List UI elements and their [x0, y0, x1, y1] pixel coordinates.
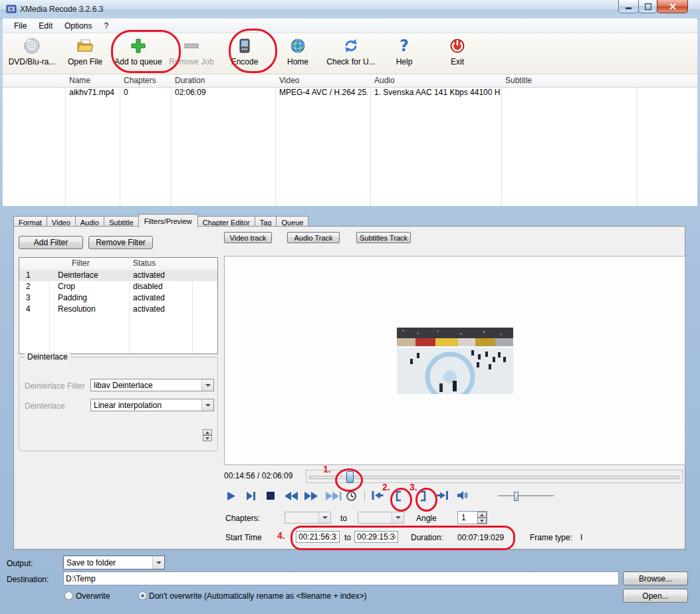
start-time-label: Start Time — [225, 533, 262, 542]
browse-button[interactable]: Browse... — [623, 571, 688, 585]
set-start-mark-button[interactable] — [394, 490, 403, 502]
jump-to-start-mark-button[interactable] — [372, 490, 384, 502]
overwrite-radio[interactable] — [64, 591, 73, 600]
fast-forward-icon — [304, 491, 318, 501]
filter-name: Crop — [58, 282, 75, 291]
filter-row-padding[interactable]: 3 Padding activated — [19, 292, 217, 304]
column-header-audio[interactable]: Audio — [374, 76, 395, 85]
filter-column-header[interactable]: Filter — [72, 258, 90, 268]
menu-options[interactable]: Options — [58, 20, 98, 32]
frame-type-value: I — [580, 533, 582, 542]
column-header-duration[interactable]: Duration — [175, 76, 205, 85]
toolbar-button-help[interactable]: ? Help — [378, 33, 431, 72]
clock-icon — [346, 490, 357, 502]
chapter-to-select[interactable] — [358, 512, 404, 524]
video-track-label: Video track — [230, 234, 267, 242]
column-header-chapters[interactable]: Chapters — [124, 76, 156, 85]
green-plus-icon — [130, 37, 147, 54]
play-icon — [227, 491, 236, 501]
video-frame-image — [397, 328, 513, 394]
column-header-name[interactable]: Name — [69, 76, 90, 85]
filter-row-resolution[interactable]: 4 Resolution activated — [19, 304, 217, 315]
fast-forward-button[interactable] — [304, 490, 318, 502]
volume-slider-thumb[interactable] — [514, 492, 519, 501]
jump-to-end-mark-button[interactable] — [437, 490, 449, 502]
dont-overwrite-radio[interactable] — [138, 591, 147, 600]
start-time-to-label: to — [344, 533, 351, 542]
toolbar-button-home[interactable]: Home — [271, 33, 324, 72]
menu-file[interactable]: File — [8, 20, 33, 32]
row-number: 4 — [26, 304, 31, 314]
column-header-video[interactable]: Video — [279, 76, 299, 85]
toolbar-button-add-to-queue[interactable]: Add to queue — [112, 33, 165, 72]
toolbar-button-dvd[interactable]: DVD/Blu-ra... — [5, 33, 58, 72]
stop-icon — [266, 491, 275, 501]
output-mode-select[interactable]: Save to folder — [63, 556, 165, 569]
angle-stepper[interactable]: 1 — [457, 511, 487, 524]
chapters-to-label: to — [340, 514, 347, 523]
video-track-button[interactable]: Video track — [224, 232, 272, 243]
menu-edit[interactable]: Edit — [33, 20, 58, 32]
audio-track-button[interactable]: Audio Track — [287, 232, 340, 243]
tab-filters-preview[interactable]: Filters/Preview — [138, 214, 198, 227]
stop-button[interactable] — [266, 490, 275, 502]
power-exit-icon — [449, 37, 466, 54]
duration-label: Duration: — [411, 533, 443, 542]
spin-up-button[interactable] — [203, 429, 212, 435]
spin-down-button[interactable] — [203, 435, 212, 441]
rewind-button[interactable] — [284, 490, 298, 502]
maximize-button[interactable] — [638, 0, 657, 13]
seek-slider-thumb[interactable] — [346, 471, 354, 483]
minimize-button[interactable] — [618, 0, 639, 13]
rewind-icon — [284, 491, 298, 501]
volume-slider[interactable] — [498, 491, 554, 501]
filter-name: Resolution — [58, 304, 96, 314]
row-number: 3 — [26, 293, 31, 302]
start-time-field[interactable] — [296, 531, 340, 543]
toolbar-button-encode[interactable]: Encode — [218, 33, 271, 72]
seek-slider[interactable] — [306, 470, 683, 483]
status-column-header[interactable]: Status — [133, 258, 156, 268]
step-forward-button[interactable] — [325, 490, 342, 502]
browse-label: Browse... — [639, 574, 672, 583]
angle-down-button[interactable] — [477, 518, 487, 524]
chevron-down-icon — [152, 556, 164, 569]
play-button[interactable] — [227, 490, 236, 502]
remove-filter-button[interactable]: Remove Filter — [88, 236, 153, 249]
toolbar-button-exit[interactable]: Exit — [431, 33, 484, 72]
table-row[interactable]: aikhv71.mp4 0 02:06:09 MPEG-4 AVC / H.26… — [3, 87, 697, 98]
toolbar-button-open-file[interactable]: Open File — [58, 33, 112, 72]
tab-strip: Format Video Audio Subtitle Filters/Prev… — [13, 214, 308, 227]
toolbar-button-check-updates[interactable]: Check for U... — [324, 33, 378, 72]
timer-button[interactable] — [346, 490, 357, 502]
deinterlace-mode-select[interactable]: Linear interpolation — [90, 399, 214, 411]
skip-to-end-button[interactable] — [246, 490, 256, 502]
mute-button[interactable] — [457, 490, 469, 502]
maximize-icon — [645, 3, 651, 10]
toolbar-label: Help — [396, 57, 413, 66]
end-time-field[interactable] — [354, 531, 398, 543]
chapters-label: Chapters: — [225, 514, 260, 523]
column-header-subtitle[interactable]: Subtitle — [505, 76, 532, 85]
destination-field[interactable] — [63, 571, 619, 585]
menu-help[interactable]: ? — [98, 20, 114, 32]
toolbar-label: Check for U... — [326, 57, 375, 66]
subtitles-track-button[interactable]: Subtitles Track — [356, 232, 411, 243]
jump-start-icon — [372, 490, 384, 501]
chapter-from-select[interactable] — [285, 512, 331, 524]
angle-up-button[interactable] — [477, 512, 487, 518]
filter-row-crop[interactable]: 2 Crop disabled — [19, 281, 217, 292]
filter-row-deinterlace[interactable]: 1 Deinterlace activated — [19, 270, 217, 281]
dvd-disc-icon — [23, 37, 41, 54]
toolbar-label: Exit — [451, 57, 464, 66]
toolbar-label: DVD/Blu-ra... — [9, 57, 56, 66]
svg-text:?: ? — [400, 37, 409, 54]
open-button[interactable]: Open... — [623, 589, 688, 603]
deinterlace-filter-select[interactable]: libav Deinterlace — [90, 379, 214, 391]
toolbar-label: Remove Job — [169, 57, 213, 66]
set-end-mark-button[interactable] — [419, 490, 428, 502]
filters-preview-panel: Add Filter Remove Filter Filter Status 1… — [13, 226, 685, 550]
close-button[interactable] — [657, 0, 688, 13]
chevron-down-icon — [201, 379, 213, 391]
add-filter-button[interactable]: Add Filter — [19, 236, 83, 249]
